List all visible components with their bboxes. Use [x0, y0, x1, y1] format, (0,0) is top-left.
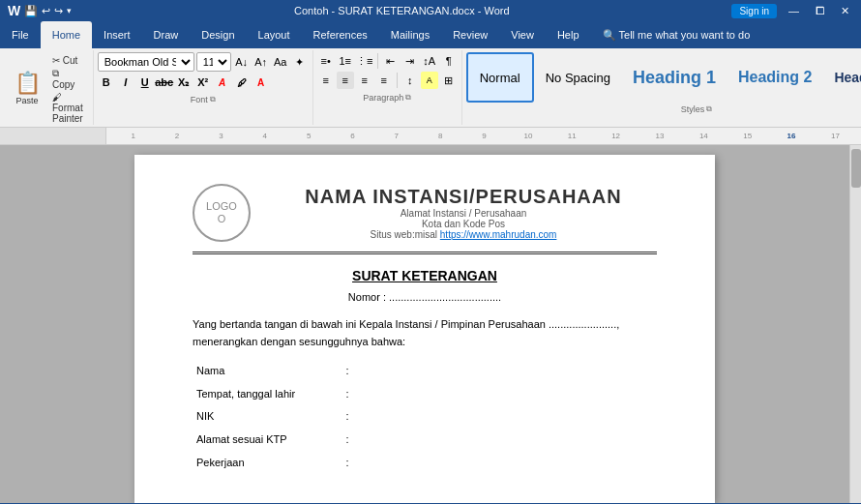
tab-design[interactable]: Design	[190, 21, 246, 48]
document-page[interactable]: LOGOO NAMA INSTANSI/PERUSAHAAN Alamat In…	[134, 155, 715, 503]
style-normal-button[interactable]: Normal	[466, 52, 534, 103]
style-nospacing-button[interactable]: No Spacing	[535, 52, 621, 103]
ruler: 1 2 3 4 5 6 7 8 9 10 11 12 13 14 15 16 1…	[0, 128, 861, 145]
copy-button[interactable]: ⧉ Copy	[48, 67, 87, 91]
change-case-button[interactable]: Aa	[272, 53, 289, 71]
letterhead: LOGOO NAMA INSTANSI/PERUSAHAAN Alamat In…	[193, 184, 657, 254]
tab-references[interactable]: References	[302, 21, 379, 48]
tab-draw[interactable]: Draw	[142, 21, 191, 48]
style-heading2-button[interactable]: Heading 2	[727, 52, 822, 103]
increase-indent-button[interactable]: ⇥	[401, 52, 419, 70]
strikethrough-button[interactable]: abc	[156, 74, 173, 91]
title-bar-right: Sign in — ⧠ ✕	[731, 4, 853, 18]
underline-button[interactable]: U	[136, 74, 154, 91]
quick-access-undo[interactable]: ↩	[42, 5, 50, 17]
styles-container: Normal No Spacing Heading 1 Heading 2 He…	[466, 52, 861, 103]
align-left-button[interactable]: ≡	[317, 72, 335, 89]
font-size-select[interactable]: 11	[196, 52, 231, 72]
numbering-button[interactable]: 1≡	[337, 52, 354, 70]
style-heading1-button[interactable]: Heading 1	[622, 52, 727, 103]
scrollbar-vertical[interactable]	[849, 145, 861, 503]
cut-button[interactable]: ✂ Cut	[48, 54, 87, 67]
field-colon-ttl: :	[338, 383, 357, 406]
document-body: Yang bertanda tangan di bawah ini Kepala…	[193, 316, 657, 474]
tab-insert[interactable]: Insert	[92, 21, 142, 48]
format-painter-button[interactable]: 🖌 Format Painter	[48, 91, 87, 125]
clear-formatting-button[interactable]: ✦	[291, 53, 309, 71]
subscript-button[interactable]: X₂	[175, 74, 193, 91]
quick-access-redo[interactable]: ↪	[54, 5, 63, 17]
table-row: Tempat, tanggal lahir :	[193, 383, 657, 406]
paragraph-dialog-launcher[interactable]: ⧉	[405, 93, 411, 103]
field-label-nik: NIK	[193, 405, 338, 429]
field-label-nama: Nama	[193, 360, 338, 383]
scrollbar-thumb[interactable]	[851, 149, 861, 188]
org-name: NAMA INSTANSI/PERUSAHAAN	[270, 186, 657, 208]
text-effects-button[interactable]: A	[214, 74, 231, 91]
field-value-nama	[357, 360, 657, 383]
table-row: NIK :	[193, 405, 657, 429]
field-value-ttl	[357, 383, 657, 406]
field-colon-pekerjaan: :	[338, 452, 357, 475]
title-bar: W 💾 ↩ ↪ ▾ Contoh - SURAT KETERANGAN.docx…	[0, 0, 861, 21]
ruler-numbers: 1 2 3 4 5 6 7 8 9 10 11 12 13 14 15 16 1…	[111, 132, 857, 140]
minimize-button[interactable]: —	[785, 5, 803, 16]
text-highlight-button[interactable]: 🖊	[233, 74, 251, 91]
style-heading3-button[interactable]: Heading 3	[823, 52, 861, 103]
tab-file[interactable]: File	[0, 21, 41, 48]
bullets-button[interactable]: ≡•	[317, 52, 335, 70]
right-margin	[715, 155, 821, 503]
signin-button[interactable]: Sign in	[731, 4, 777, 18]
italic-button[interactable]: I	[117, 74, 134, 91]
field-value-alamat	[357, 429, 657, 452]
decrease-font-button[interactable]: A↓	[233, 53, 251, 71]
quick-access-save[interactable]: 💾	[24, 5, 38, 17]
table-row: Nama :	[193, 360, 657, 383]
show-marks-button[interactable]: ¶	[440, 52, 458, 70]
shading-button[interactable]: A	[421, 72, 438, 89]
field-colon-nik: :	[338, 405, 357, 429]
field-label-pekerjaan: Pekerjaan	[193, 452, 338, 475]
table-row: Alamat sesuai KTP :	[193, 429, 657, 452]
bold-button[interactable]: B	[98, 74, 115, 91]
tab-search[interactable]: 🔍 Tell me what you want to do	[591, 21, 762, 48]
increase-font-button[interactable]: A↑	[252, 53, 270, 71]
styles-dialog-launcher[interactable]: ⧉	[706, 104, 712, 114]
styles-group-label: Styles ⧉	[466, 104, 861, 114]
multilevel-button[interactable]: ⋮≡	[356, 52, 373, 70]
align-right-button[interactable]: ≡	[356, 72, 373, 89]
font-family-select[interactable]: Bookman Old Sty...	[98, 52, 194, 72]
org-city: Kota dan Kode Pos	[270, 219, 657, 229]
line-spacing-button[interactable]: ↕	[401, 72, 419, 89]
document-nomor: Nomor : ................................…	[193, 291, 657, 303]
tab-help[interactable]: Help	[546, 21, 591, 48]
decrease-indent-button[interactable]: ⇤	[382, 52, 400, 70]
window-title: Contoh - SURAT KETERANGAN.docx - Word	[72, 5, 731, 16]
field-value-pekerjaan	[357, 452, 657, 475]
paste-button[interactable]: 📋 Paste	[8, 52, 46, 123]
field-value-nik	[357, 405, 657, 429]
tab-layout[interactable]: Layout	[247, 21, 302, 48]
tab-home[interactable]: Home	[41, 21, 92, 48]
font-color-button[interactable]: A	[252, 74, 270, 91]
align-center-button[interactable]: ≡	[337, 72, 354, 89]
logo-circle: LOGOO	[193, 184, 251, 242]
tab-review[interactable]: Review	[441, 21, 499, 48]
tab-view[interactable]: View	[499, 21, 546, 48]
org-info: NAMA INSTANSI/PERUSAHAAN Alamat Instansi…	[270, 186, 657, 240]
font-dialog-launcher[interactable]: ⧉	[210, 95, 216, 104]
superscript-button[interactable]: X²	[194, 74, 212, 91]
table-row: Pekerjaan :	[193, 452, 657, 475]
org-website-link[interactable]: https://www.mahrudan.com	[440, 229, 557, 240]
tab-mailings[interactable]: Mailings	[379, 21, 441, 48]
borders-button[interactable]: ⊞	[440, 72, 458, 89]
paragraph-top-row: ≡• 1≡ ⋮≡ ⇤ ⇥ ↕A ¶	[317, 52, 458, 70]
sort-button[interactable]: ↕A	[421, 52, 438, 70]
para-divider	[377, 53, 378, 69]
field-label-ttl: Tempat, tanggal lahir	[193, 383, 338, 406]
maximize-button[interactable]: ⧠	[811, 5, 829, 16]
close-button[interactable]: ✕	[837, 5, 853, 17]
search-icon: 🔍	[603, 29, 616, 42]
paste-icon: 📋	[15, 71, 41, 96]
justify-button[interactable]: ≡	[375, 72, 393, 89]
